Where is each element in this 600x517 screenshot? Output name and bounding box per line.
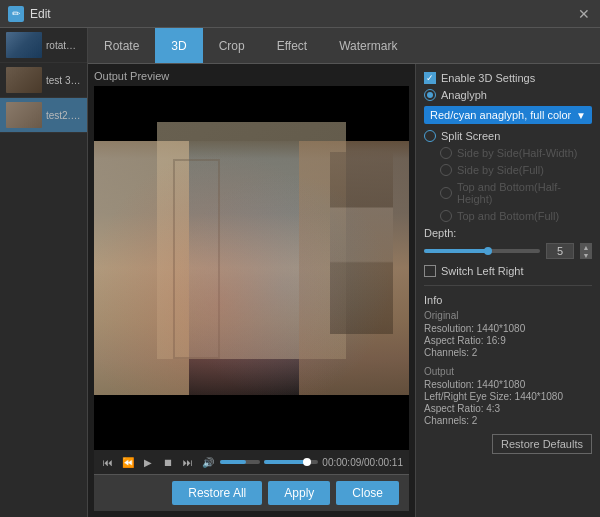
anaglyph-row: Anaglyph xyxy=(424,89,592,101)
preview-label: Output Preview xyxy=(94,70,409,82)
time-display: 00:00:09/00:00:11 xyxy=(322,457,403,468)
switch-lr-checkbox[interactable] xyxy=(424,265,436,277)
tab-watermark[interactable]: Watermark xyxy=(323,28,413,63)
progress-fill xyxy=(264,460,307,464)
output-channels: Channels: 2 xyxy=(424,415,592,426)
sub-option-1-radio[interactable] xyxy=(440,147,452,159)
switch-lr-label: Switch Left Right xyxy=(441,265,524,277)
info-section: Info Original Resolution: 1440*1080 Aspe… xyxy=(424,294,592,358)
sub-option-4-row: Top and Bottom(Full) xyxy=(424,210,592,222)
controls-bar: ⏮ ⏪ ▶ ⏹ ⏭ 🔊 xyxy=(94,450,409,474)
content-area: Output Preview xyxy=(88,64,600,517)
sub-option-3-row: Top and Bottom(Half-Height) xyxy=(424,181,592,205)
sub-option-1-label: Side by Side(Half-Width) xyxy=(457,147,577,159)
sub-option-4-label: Top and Bottom(Full) xyxy=(457,210,559,222)
tab-rotate[interactable]: Rotate xyxy=(88,28,155,63)
output-resolution: Resolution: 1440*1080 xyxy=(424,379,592,390)
file-name-2: test 3.vob xyxy=(46,75,81,86)
depth-input[interactable]: 5 xyxy=(546,243,574,259)
output-info-section: Output Resolution: 1440*1080 Left/Right … xyxy=(424,366,592,426)
sub-option-3-label: Top and Bottom(Half-Height) xyxy=(457,181,592,205)
file-thumb-3 xyxy=(6,102,42,128)
split-screen-row: Split Screen xyxy=(424,130,592,142)
file-list: rotate 90[69]... test 3.vob test2.MTS xyxy=(0,28,88,517)
depth-section: Depth: xyxy=(424,227,592,239)
sub-option-4-radio[interactable] xyxy=(440,210,452,222)
apply-button[interactable]: Apply xyxy=(268,481,330,505)
preview-area: Output Preview xyxy=(88,64,415,517)
depth-label: Depth: xyxy=(424,227,456,239)
anaglyph-select[interactable]: Red/cyan anaglyph, full color ▼ xyxy=(424,106,592,124)
original-subtitle: Original xyxy=(424,310,592,321)
sub-option-3-radio[interactable] xyxy=(440,187,452,199)
select-arrow-icon: ▼ xyxy=(576,110,586,121)
switch-lr-row: Switch Left Right xyxy=(424,265,592,277)
settings-panel: ✓ Enable 3D Settings Anaglyph Red/cyan a… xyxy=(415,64,600,517)
title-bar: ✏ Edit ✕ xyxy=(0,0,600,28)
depth-slider[interactable] xyxy=(424,249,540,253)
restore-all-button[interactable]: Restore All xyxy=(172,481,262,505)
depth-row: 5 ▲ ▼ xyxy=(424,243,592,259)
step-back-button[interactable]: ⏪ xyxy=(120,454,136,470)
progress-slider[interactable] xyxy=(264,460,318,464)
divider-1 xyxy=(424,285,592,286)
output-subtitle: Output xyxy=(424,366,592,377)
restore-defaults-button[interactable]: Restore Defaults xyxy=(492,434,592,454)
window-close-button[interactable]: ✕ xyxy=(576,6,592,22)
main-content: rotate 90[69]... test 3.vob test2.MTS Ro… xyxy=(0,28,600,517)
tab-effect[interactable]: Effect xyxy=(261,28,323,63)
volume-icon: 🔊 xyxy=(200,454,216,470)
anaglyph-radio[interactable] xyxy=(424,89,436,101)
file-name-3: test2.MTS xyxy=(46,110,81,121)
split-screen-label: Split Screen xyxy=(441,130,500,142)
sub-option-2-row: Side by Side(Full) xyxy=(424,164,592,176)
enable-3d-row: ✓ Enable 3D Settings xyxy=(424,72,592,84)
split-screen-radio[interactable] xyxy=(424,130,436,142)
tab-bar: Rotate 3D Crop Effect Watermark xyxy=(88,28,600,64)
depth-increment-button[interactable]: ▲ xyxy=(580,243,592,251)
skip-to-start-button[interactable]: ⏮ xyxy=(100,454,116,470)
output-eye-size: Left/Right Eye Size: 1440*1080 xyxy=(424,391,592,402)
skip-to-end-button[interactable]: ⏭ xyxy=(180,454,196,470)
radio-dot xyxy=(427,92,433,98)
progress-thumb xyxy=(303,458,311,466)
enable-3d-checkbox[interactable]: ✓ xyxy=(424,72,436,84)
app-icon: ✏ xyxy=(8,6,24,22)
depth-decrement-button[interactable]: ▼ xyxy=(580,251,592,259)
enable-3d-label: Enable 3D Settings xyxy=(441,72,535,84)
depth-fill xyxy=(424,249,488,253)
output-aspect: Aspect Ratio: 4:3 xyxy=(424,403,592,414)
file-thumb-2 xyxy=(6,67,42,93)
bottom-bar: Restore All Apply Close xyxy=(94,474,409,511)
anaglyph-select-value: Red/cyan anaglyph, full color xyxy=(430,109,571,121)
video-content xyxy=(94,86,409,450)
video-preview xyxy=(94,86,409,450)
right-panel: Rotate 3D Crop Effect Watermark Output P… xyxy=(88,28,600,517)
anaglyph-label: Anaglyph xyxy=(441,89,487,101)
original-aspect: Aspect Ratio: 16:9 xyxy=(424,335,592,346)
volume-fill xyxy=(220,460,246,464)
file-item-2[interactable]: test 3.vob xyxy=(0,63,87,98)
sub-option-2-radio[interactable] xyxy=(440,164,452,176)
progress-area xyxy=(264,460,318,464)
file-item-1[interactable]: rotate 90[69]... xyxy=(0,28,87,63)
info-title: Info xyxy=(424,294,592,306)
file-name-1: rotate 90[69]... xyxy=(46,40,81,51)
tab-3d[interactable]: 3D xyxy=(155,28,202,63)
play-button[interactable]: ▶ xyxy=(140,454,156,470)
sub-option-1-row: Side by Side(Half-Width) xyxy=(424,147,592,159)
window-title: Edit xyxy=(30,7,576,21)
tab-crop[interactable]: Crop xyxy=(203,28,261,63)
file-thumb-1 xyxy=(6,32,42,58)
original-channels: Channels: 2 xyxy=(424,347,592,358)
checkbox-check: ✓ xyxy=(426,73,434,83)
close-button[interactable]: Close xyxy=(336,481,399,505)
playback-controls: ⏮ ⏪ ▶ ⏹ ⏭ 🔊 xyxy=(100,454,403,470)
depth-spinner: ▲ ▼ xyxy=(580,243,592,259)
file-item-3[interactable]: test2.MTS xyxy=(0,98,87,133)
volume-slider[interactable] xyxy=(220,460,260,464)
sub-option-2-label: Side by Side(Full) xyxy=(457,164,544,176)
original-resolution: Resolution: 1440*1080 xyxy=(424,323,592,334)
depth-thumb xyxy=(484,247,492,255)
stop-button[interactable]: ⏹ xyxy=(160,454,176,470)
